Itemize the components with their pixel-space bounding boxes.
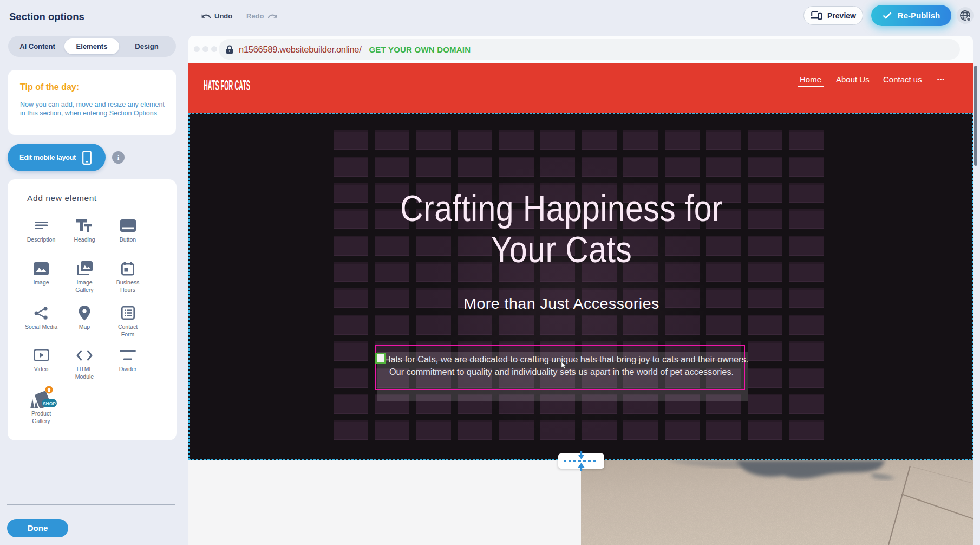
svg-text:SHOP: SHOP — [43, 401, 56, 406]
svg-text:HATS FOR CATS: HATS FOR CATS — [204, 77, 250, 94]
